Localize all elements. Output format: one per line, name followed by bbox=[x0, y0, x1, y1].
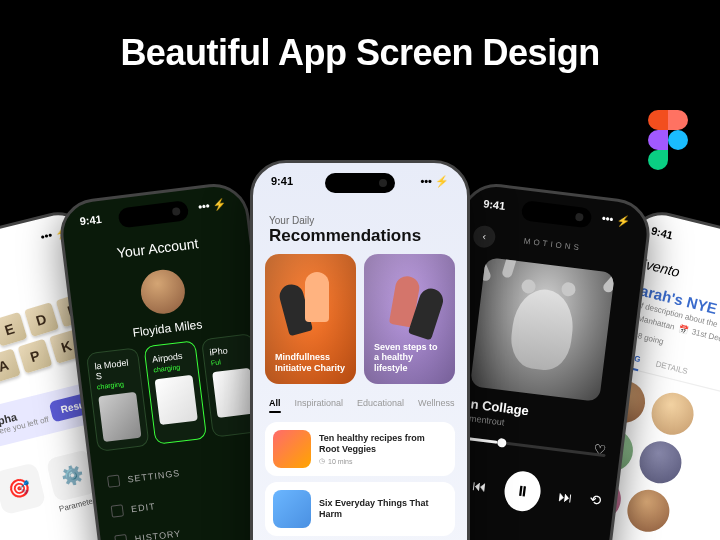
back-button[interactable]: ‹ bbox=[472, 224, 497, 249]
article-thumb bbox=[273, 490, 311, 528]
rec-card-lifestyle[interactable]: Seven steps to a healthy lifestyle bbox=[364, 254, 455, 384]
device-image bbox=[155, 375, 198, 425]
rec-card-mindfulness[interactable]: Mindfullness Initiative Charity bbox=[265, 254, 356, 384]
article-title: Ten healthy recipes from Root Veggies bbox=[319, 433, 447, 455]
rec-card-title: Seven steps to a healthy lifestyle bbox=[374, 342, 445, 374]
tab-all[interactable]: All bbox=[269, 398, 281, 408]
device-card[interactable]: Airpodscharging bbox=[143, 340, 207, 445]
letter-tile[interactable]: P bbox=[17, 339, 52, 374]
avatar[interactable] bbox=[647, 388, 698, 439]
calendar-icon: 📅 bbox=[677, 324, 689, 335]
prev-icon[interactable]: ⏮ bbox=[472, 477, 488, 495]
tab-educational[interactable]: Educational bbox=[357, 398, 404, 408]
status-icons: ••• ⚡ bbox=[197, 197, 227, 213]
letter-tile[interactable]: A bbox=[0, 348, 21, 383]
article-title: Six Everyday Things That Harm bbox=[319, 498, 447, 520]
tab-wellness[interactable]: Wellness bbox=[418, 398, 454, 408]
device-image bbox=[98, 392, 141, 442]
phone-recommendations: 9:41••• ⚡ Your Daily Recommendations Min… bbox=[250, 160, 470, 540]
avatar[interactable] bbox=[623, 485, 674, 536]
letter-tile[interactable]: E bbox=[0, 312, 27, 347]
article-item[interactable]: Ten healthy recipes from Root Veggies ◷1… bbox=[265, 422, 455, 476]
article-meta: ◷10 mins bbox=[319, 457, 447, 465]
user-avatar[interactable] bbox=[138, 267, 187, 316]
album-art[interactable] bbox=[470, 257, 615, 402]
tab-inspirational[interactable]: Inspirational bbox=[295, 398, 344, 408]
phone-showcase: 9:41••• ⚡ ross REDBAPK Alpha where you l… bbox=[0, 160, 720, 540]
rec-card-title: Mindfullness Initiative Charity bbox=[275, 352, 346, 374]
device-image bbox=[212, 368, 255, 418]
section-label: MOTIONS bbox=[523, 237, 582, 253]
header-subtitle: Your Daily bbox=[269, 215, 451, 226]
device-card[interactable]: la Model Scharging bbox=[86, 347, 150, 452]
status-icons: ••• ⚡ bbox=[601, 211, 631, 227]
letter-tile[interactable]: D bbox=[24, 302, 59, 337]
notch bbox=[325, 173, 395, 193]
header-title: Recommendations bbox=[269, 226, 451, 246]
device-name: la Model S bbox=[94, 357, 134, 381]
article-thumb bbox=[273, 430, 311, 468]
tab-details[interactable]: DETAILS bbox=[655, 359, 689, 376]
status-icons: ••• ⚡ bbox=[420, 175, 449, 188]
avatar[interactable] bbox=[635, 437, 686, 488]
next-icon[interactable]: ⏭ bbox=[557, 488, 573, 506]
headline: Beautiful App Screen Design bbox=[0, 0, 720, 74]
app-icon[interactable]: 🎯 bbox=[0, 462, 46, 515]
repeat-icon[interactable]: ⟲ bbox=[589, 492, 603, 509]
clock-icon: ◷ bbox=[319, 457, 325, 465]
pause-button[interactable]: ⏸ bbox=[502, 469, 543, 513]
article-item[interactable]: Six Everyday Things That Harm bbox=[265, 482, 455, 536]
